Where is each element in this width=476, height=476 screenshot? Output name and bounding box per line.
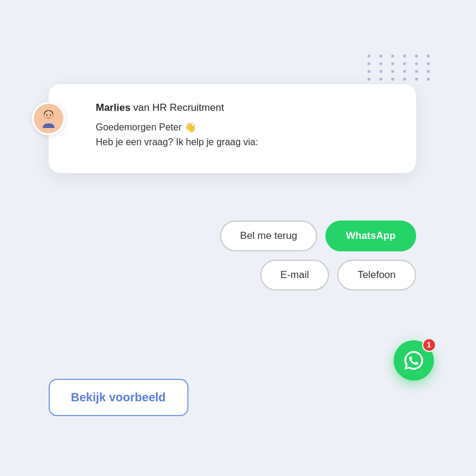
dot — [379, 55, 382, 57]
dot — [427, 78, 430, 81]
dot — [391, 70, 394, 73]
bekijk-voorbeeld-button[interactable]: Bekijk voorbeeld — [49, 379, 189, 416]
dot-grid-decoration: const dg = JSON.parse(document.getElemen… — [368, 55, 434, 81]
chat-sender-name: Marlies van HR Recruitment — [96, 102, 395, 114]
svg-point-4 — [49, 114, 50, 115]
dot — [379, 62, 382, 65]
dot — [368, 55, 370, 57]
whatsapp-fab-icon — [402, 349, 425, 372]
dot — [379, 78, 382, 81]
dot — [391, 55, 394, 57]
dot — [427, 62, 430, 65]
whatsapp-fab[interactable]: 1 — [394, 340, 434, 381]
svg-point-2 — [44, 111, 53, 120]
dot — [391, 78, 394, 81]
avatar-icon — [37, 107, 60, 130]
email-button[interactable]: E-mail — [260, 260, 329, 290]
dot — [403, 55, 406, 57]
dot — [379, 70, 382, 73]
dot — [415, 55, 418, 57]
dot — [427, 55, 430, 57]
chat-message: Goedemorgen Peter 👋 Heb je een vraag? Ik… — [96, 120, 395, 150]
action-buttons-area: Bel me terug WhatsApp E-mail Telefoon — [120, 221, 416, 290]
chat-line2: Heb je een vraag? Ik help je graag via: — [96, 135, 395, 150]
dot — [403, 78, 406, 81]
button-row-2: E-mail Telefoon — [120, 260, 416, 290]
dot — [391, 62, 394, 65]
bel-me-terug-button[interactable]: Bel me terug — [220, 221, 317, 251]
scene: const dg = JSON.parse(document.getElemen… — [25, 37, 452, 440]
dot — [415, 78, 418, 81]
telefoon-button[interactable]: Telefoon — [337, 260, 416, 290]
chat-line1: Goedemorgen Peter 👋 — [96, 120, 395, 135]
fab-notification-badge: 1 — [422, 338, 436, 352]
svg-point-3 — [46, 114, 47, 115]
dot — [415, 70, 418, 73]
dot — [368, 62, 370, 65]
dot — [403, 70, 406, 73]
dot — [368, 78, 370, 81]
dot — [415, 62, 418, 65]
dot — [368, 70, 370, 73]
chat-card: Marlies van HR Recruitment Goedemorgen P… — [49, 84, 416, 173]
button-row-1: Bel me terug WhatsApp — [120, 221, 416, 251]
dot — [403, 62, 406, 65]
dot — [427, 70, 430, 73]
whatsapp-button[interactable]: WhatsApp — [325, 221, 416, 251]
avatar — [32, 102, 65, 135]
